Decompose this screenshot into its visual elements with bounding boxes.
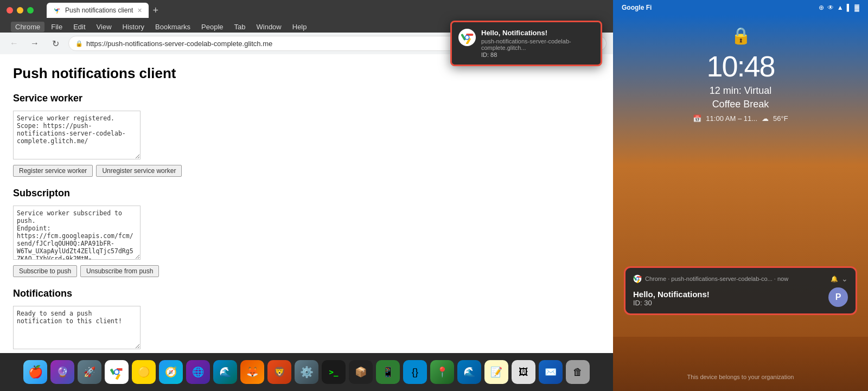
android-event-time: 11:00 AM – 11... — [706, 114, 757, 123]
menu-history[interactable]: History — [118, 22, 149, 32]
svg-point-10 — [636, 278, 639, 280]
reload-button[interactable]: ↻ — [48, 36, 63, 51]
dock-maps-icon[interactable]: 📍 — [430, 360, 454, 384]
android-event-details: 📅 11:00 AM – 11... ☁ 56°F — [693, 114, 788, 123]
register-service-worker-button[interactable]: Register service worker — [13, 165, 93, 177]
menu-edit[interactable]: Edit — [69, 22, 90, 32]
tab-chrome-icon — [53, 7, 61, 14]
battery-icon: ▓ — [854, 4, 859, 11]
menu-people[interactable]: People — [197, 22, 227, 32]
dock-siri-icon[interactable]: 🔮 — [50, 360, 74, 384]
android-avatar: P — [828, 287, 848, 307]
menu-help[interactable]: Help — [288, 22, 311, 32]
dock-chrome-icon[interactable] — [105, 360, 129, 384]
calendar-icon: 📅 — [693, 114, 701, 123]
active-tab[interactable]: Push notifications client × — [47, 3, 149, 18]
dock-gallery-icon[interactable]: 🖼 — [512, 360, 535, 384]
dock-firefox-icon[interactable]: 🦊 — [240, 360, 264, 384]
notification-chrome-icon — [458, 29, 476, 46]
android-event-line1: 12 min: Virtual — [710, 85, 772, 97]
notification-id: ID: 88 — [481, 52, 594, 58]
subscribe-push-button[interactable]: Subscribe to push — [13, 265, 77, 277]
android-notif-app-name: Chrome · push-notifications-server-codel… — [645, 275, 827, 282]
android-weather: 56°F — [773, 114, 788, 123]
close-button[interactable] — [7, 7, 13, 14]
notifications-heading: Notifications — [13, 288, 600, 299]
menu-window[interactable]: Window — [252, 22, 286, 32]
dock-vscode-icon[interactable]: {} — [403, 360, 427, 384]
desert-landscape — [613, 337, 868, 391]
notifications-textarea-wrapper: Ready to send a push notification to thi… — [13, 306, 600, 349]
svg-point-4 — [115, 370, 119, 374]
android-notif-body: Hello, Notifications! ID: 30 P — [633, 287, 848, 307]
dock-dark-app-icon[interactable]: 📦 — [349, 360, 373, 384]
url-text: https://push-notifications-server-codela… — [86, 40, 272, 48]
android-notif-header: Chrome · push-notifications-server-codel… — [633, 274, 848, 283]
android-lockscreen: 🔒 10:48 12 min: Virtual Coffee Break 📅 1… — [613, 15, 868, 391]
menu-chrome[interactable]: Chrome — [11, 22, 44, 32]
svg-point-7 — [465, 36, 469, 39]
forward-button[interactable]: → — [27, 36, 42, 51]
service-worker-heading: Service worker — [13, 93, 600, 104]
service-worker-textarea[interactable]: Service worker registered. Scope: https:… — [13, 111, 141, 159]
menu-bookmarks[interactable]: Bookmarks — [151, 22, 195, 32]
wifi-icon: ▲ — [837, 4, 844, 11]
dock-terminal-icon[interactable]: >_ — [322, 360, 346, 384]
dock-chrome-canary-icon[interactable]: 🟡 — [132, 360, 156, 384]
notification-title: Hello, Notifications! — [481, 29, 594, 37]
android-notif-main: Hello, Notifications! ID: 30 — [633, 290, 828, 307]
dock-green-app-icon[interactable]: 📱 — [376, 360, 400, 384]
lock-icon: 🔒 — [75, 40, 83, 47]
window-controls — [7, 7, 34, 14]
desktop-notification-popup[interactable]: Hello, Notifications! push-notifications… — [450, 21, 602, 66]
maximize-button[interactable] — [27, 7, 34, 14]
eye-icon: 👁 — [827, 4, 834, 11]
dock-system-prefs-icon[interactable]: ⚙️ — [295, 360, 318, 384]
menu-file[interactable]: File — [47, 22, 67, 32]
android-notif-chevron-icon[interactable]: ⌄ — [841, 274, 848, 283]
tab-close-icon[interactable]: × — [137, 6, 142, 15]
android-notif-bell-icon: 🔔 — [831, 275, 838, 283]
notification-text-area: Hello, Notifications! push-notifications… — [481, 29, 594, 58]
weather-icon: ☁ — [762, 114, 769, 123]
organization-text: This device belongs to your organization — [613, 374, 868, 380]
page-title: Push notifications client — [13, 65, 600, 82]
dock-trash-icon[interactable]: 🗑 — [566, 360, 590, 384]
tab-bar: Push notifications client × + — [47, 3, 163, 18]
menu-view[interactable]: View — [92, 22, 116, 32]
new-tab-button[interactable]: + — [149, 3, 163, 18]
dock-edge2-icon[interactable]: 🌊 — [457, 360, 481, 384]
subscription-buttons: Subscribe to push Unsubscribe from push — [13, 265, 600, 277]
dock-launchpad-icon[interactable]: 🚀 — [78, 360, 101, 384]
dock-mail-icon[interactable]: ✉️ — [539, 360, 563, 384]
signal-icon: ▌ — [847, 4, 852, 11]
status-icons: ⊕ 👁 ▲ ▌ ▓ — [819, 4, 859, 11]
subscription-textarea[interactable]: Service worker subscribed to push. Endpo… — [13, 206, 141, 260]
mac-titlebar: Push notifications client × + — [0, 0, 613, 21]
subscription-heading: Subscripton — [13, 188, 600, 199]
dock-purple-browser-icon[interactable]: 🌐 — [186, 360, 210, 384]
back-button[interactable]: ← — [7, 36, 22, 51]
cast-icon: ⊕ — [819, 4, 824, 11]
notifications-textarea[interactable]: Ready to send a push notification to thi… — [13, 306, 141, 349]
dock-edge-icon[interactable]: 🌊 — [213, 360, 237, 384]
android-status-bar: Google Fi ⊕ 👁 ▲ ▌ ▓ — [613, 0, 868, 15]
android-notification[interactable]: Chrome · push-notifications-server-codel… — [624, 266, 857, 315]
carrier-name: Google Fi — [622, 4, 652, 11]
dock-finder-icon[interactable]: 🍎 — [23, 360, 47, 384]
dock-notes-icon[interactable]: 📝 — [484, 360, 508, 384]
dock-safari-icon[interactable]: 🧭 — [159, 360, 183, 384]
android-event-line2: Coffee Break — [712, 99, 769, 110]
dock-brave-icon[interactable]: 🦁 — [267, 360, 291, 384]
menu-tab[interactable]: Tab — [230, 22, 250, 32]
android-notif-title: Hello, Notifications! — [633, 290, 828, 299]
minimize-button[interactable] — [17, 7, 23, 14]
browser-window: Push notifications client × + Chrome Fil… — [0, 0, 613, 391]
page-content: Push notifications client Service worker… — [0, 54, 613, 353]
android-chrome-icon — [633, 274, 642, 283]
notification-domain: push-notifications-server-codelab-comple… — [481, 38, 594, 51]
android-notif-subtitle: ID: 30 — [633, 299, 828, 307]
unregister-service-worker-button[interactable]: Unregister service worker — [96, 165, 182, 177]
unsubscribe-push-button[interactable]: Unsubscribe from push — [80, 265, 159, 277]
android-time: 10:48 — [706, 49, 774, 83]
